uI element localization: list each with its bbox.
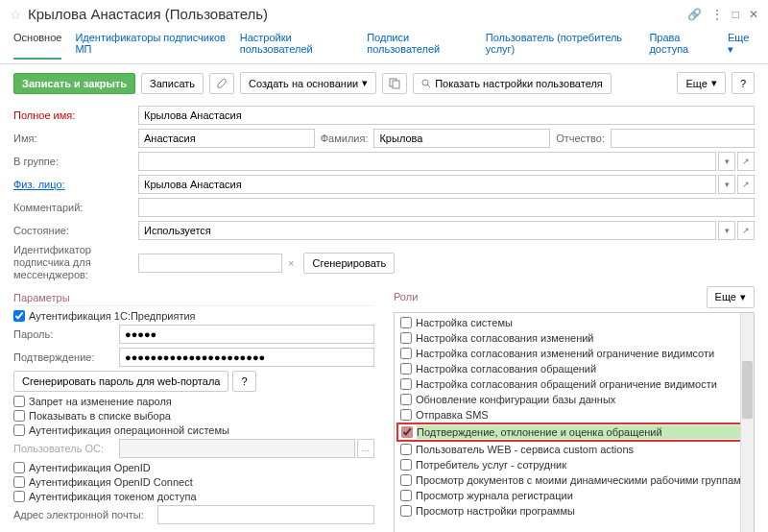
tab-permissions[interactable]: Права доступа	[649, 32, 714, 60]
show-settings-button[interactable]: Показать настройки пользователя	[413, 73, 612, 94]
copy-icon	[389, 78, 400, 89]
role-checkbox[interactable]	[400, 394, 412, 405]
gen-web-password-button[interactable]: Сгенерировать пароль для web-портала	[13, 371, 228, 392]
params-section-title: Параметры	[13, 292, 374, 306]
role-label: Просмотр документов с моими динамическим…	[416, 474, 747, 486]
auth-openid-checkbox[interactable]	[13, 462, 25, 473]
role-item[interactable]: Настройка согласования обращений	[396, 361, 752, 376]
tab-user-signatures[interactable]: Подписи пользователей	[367, 32, 472, 60]
state-open-button[interactable]: ↗	[737, 221, 755, 240]
role-checkbox[interactable]	[400, 332, 412, 344]
role-item[interactable]: Подтверждение, отклонение и оценка обращ…	[396, 423, 752, 442]
copy-button[interactable]	[382, 73, 407, 94]
comment-input[interactable]	[138, 198, 755, 217]
auth-openid-connect-checkbox[interactable]	[13, 476, 25, 488]
role-checkbox[interactable]	[400, 378, 412, 390]
group-dropdown-button[interactable]: ▾	[718, 152, 735, 171]
role-item[interactable]: Просмотр документов с моими динамическим…	[396, 472, 752, 488]
role-item[interactable]: Просмотр журнала регистрации	[396, 488, 752, 503]
favorite-star-icon[interactable]: ☆	[10, 7, 22, 22]
roles-scrollbar-thumb[interactable]	[742, 361, 753, 419]
role-checkbox[interactable]	[400, 474, 412, 486]
state-label: Состояние:	[13, 225, 138, 236]
auth-1c-checkbox[interactable]	[13, 310, 25, 322]
link-icon[interactable]: 🔗	[687, 8, 702, 21]
role-item[interactable]: Настройка системы	[396, 315, 752, 330]
group-input[interactable]	[138, 152, 716, 171]
roles-scrollbar[interactable]	[740, 313, 754, 532]
auth-token-label: Аутентификация токеном доступа	[29, 491, 197, 502]
group-open-button[interactable]: ↗	[737, 152, 755, 171]
role-label: Подтверждение, отклонение и оценка обращ…	[417, 425, 747, 439]
tab-main[interactable]: Основное	[13, 32, 61, 60]
svg-rect-1	[393, 81, 399, 88]
tab-user-settings[interactable]: Настройки пользователей	[240, 32, 353, 60]
role-item[interactable]: Просмотр настройки программы	[396, 503, 752, 519]
os-user-input	[119, 439, 355, 458]
role-checkbox[interactable]	[400, 409, 412, 421]
roles-more-button[interactable]: Еще ▾	[707, 286, 755, 308]
show-in-list-checkbox[interactable]	[13, 410, 25, 422]
role-label: Обновление конфигурации базы данных	[416, 394, 615, 405]
full-name-input[interactable]	[138, 106, 755, 125]
messenger-id-input[interactable]	[138, 254, 282, 273]
save-button[interactable]: Записать	[141, 73, 204, 94]
role-label: Потребитель услуг - сотрудник	[416, 459, 566, 471]
confirm-input[interactable]	[119, 348, 374, 367]
person-input[interactable]	[138, 175, 716, 194]
role-item[interactable]: Отправка SMS	[396, 407, 752, 423]
role-checkbox[interactable]	[400, 444, 412, 455]
role-checkbox[interactable]	[401, 426, 413, 438]
email-input[interactable]	[157, 505, 374, 524]
role-item[interactable]: Настройка согласования изменений	[396, 330, 752, 346]
role-checkbox[interactable]	[400, 317, 412, 328]
help-button[interactable]: ?	[732, 72, 755, 94]
state-dropdown-button[interactable]: ▾	[718, 221, 735, 240]
role-item[interactable]: Пользователь WEB - сервиса custom action…	[396, 442, 752, 457]
more-button[interactable]: Еще ▾	[677, 72, 725, 94]
name-label: Имя:	[13, 133, 138, 144]
surname-label: Фамилия:	[321, 133, 369, 144]
no-change-pwd-label: Запрет на изменение пароля	[29, 396, 172, 407]
window-restore-icon[interactable]: □	[732, 8, 739, 21]
generate-button[interactable]: Сгенерировать	[303, 253, 395, 274]
gen-web-help-button[interactable]: ?	[232, 371, 255, 392]
role-item[interactable]: Настройка согласования обращений огранич…	[396, 376, 752, 392]
person-label[interactable]: Физ. лицо:	[13, 179, 138, 190]
tab-more[interactable]: Еще ▾	[728, 32, 755, 60]
state-input[interactable]	[138, 221, 716, 240]
surname-input[interactable]	[373, 129, 550, 148]
save-close-button[interactable]: Записать и закрыть	[13, 73, 135, 94]
role-item[interactable]: Настройка согласования изменений огранич…	[396, 346, 752, 361]
role-label: Настройка согласования изменений огранич…	[416, 348, 714, 359]
role-item[interactable]: Обновление конфигурации базы данных	[396, 392, 752, 407]
svg-line-3	[427, 85, 430, 87]
person-open-button[interactable]: ↗	[737, 175, 755, 194]
no-change-pwd-checkbox[interactable]	[13, 396, 25, 407]
role-checkbox[interactable]	[400, 459, 412, 471]
patronymic-label: Отчество:	[556, 133, 605, 144]
tab-consumer[interactable]: Пользователь (потребитель услуг)	[486, 32, 636, 60]
role-checkbox[interactable]	[400, 505, 412, 517]
magnifier-icon	[421, 79, 431, 88]
patronymic-input[interactable]	[611, 129, 755, 148]
password-input[interactable]	[119, 325, 374, 344]
close-icon[interactable]: ✕	[749, 8, 758, 21]
more-menu-icon[interactable]: ⋮	[711, 8, 723, 21]
name-input[interactable]	[138, 129, 315, 148]
auth-os-checkbox[interactable]	[13, 424, 25, 436]
paperclip-icon	[216, 78, 228, 89]
messenger-clear-button[interactable]: ×	[284, 257, 298, 269]
role-checkbox[interactable]	[400, 363, 412, 375]
tab-subscriber-ids[interactable]: Идентификаторы подписчиков МП	[75, 32, 226, 60]
role-item[interactable]: Потребитель услуг - сотрудник	[396, 457, 752, 472]
attachment-button[interactable]	[209, 73, 234, 94]
create-from-button[interactable]: Создать на основании ▾	[240, 72, 376, 94]
auth-token-checkbox[interactable]	[13, 491, 25, 502]
toolbar: Записать и закрыть Записать Создать на о…	[0, 64, 768, 102]
role-checkbox[interactable]	[400, 490, 412, 501]
person-dropdown-button[interactable]: ▾	[718, 175, 735, 194]
os-user-picker-button[interactable]: …	[357, 439, 374, 458]
role-checkbox[interactable]	[400, 348, 412, 359]
tab-bar: Основное Идентификаторы подписчиков МП Н…	[0, 28, 768, 64]
